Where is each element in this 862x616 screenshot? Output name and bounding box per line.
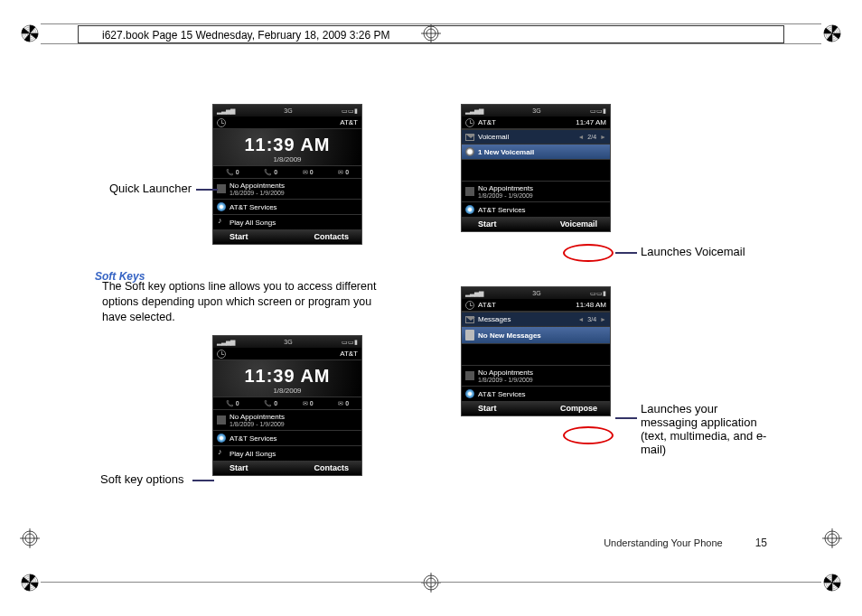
quick-launcher-row: 📞 0 📞 0 ✉ 0 ✉ 0 (213, 165, 361, 178)
phone-screenshot-home2: ▂▃▅▆ 3G ▭▭▮ AT&T 11:39 AM 1/8/2009 📞 0 📞… (212, 335, 362, 476)
phone-screenshot-messages: ▂▃▅▆ 3G ▭▭▮ AT&T 11:48 AM Messages ◄3/4►… (461, 286, 611, 416)
clock-icon (217, 118, 226, 127)
callout-softkey-options: Soft key options (100, 472, 184, 486)
reg-mark-icon (20, 573, 40, 593)
reg-mark-icon (20, 528, 40, 548)
home-time: 11:39 AM (213, 135, 361, 155)
att-icon (217, 202, 226, 211)
reg-mark-icon (421, 573, 441, 593)
reg-mark-icon (20, 23, 40, 43)
header-text: i627.book Page 15 Wednesday, February 18… (102, 29, 389, 42)
page-footer: Understanding Your Phone 15 (604, 537, 767, 549)
messages-icon (465, 316, 474, 323)
clock-icon (217, 350, 226, 359)
callout-voicemail: Launches Voicemail (641, 245, 767, 258)
callout-messaging: Launches your messaging application (tex… (641, 402, 767, 456)
reg-mark-icon (822, 23, 842, 43)
body-paragraph: The Soft key options line allows you to … (95, 279, 402, 325)
music-icon (217, 218, 226, 227)
phone-screenshot-home: ▂▃▅▆ 3G ▭▭▮ AT&T 11:39 AM 1/8/2009 📞 0 📞… (212, 104, 362, 245)
callout-quick-launcher: Quick Launcher (109, 182, 192, 195)
voicemail-icon (465, 134, 474, 141)
highlight-oval (563, 244, 614, 262)
softkey-compose: Compose (560, 404, 597, 413)
page-number: 15 (755, 537, 767, 549)
soft-key-bar: Start Contacts (213, 461, 361, 475)
reg-mark-icon (822, 573, 842, 593)
footer-section: Understanding Your Phone (604, 537, 723, 548)
reg-mark-icon (822, 528, 842, 548)
phone-screenshot-voicemail: ▂▃▅▆ 3G ▭▭▮ AT&T 11:47 AM Voicemail ◄2/4… (461, 104, 611, 232)
highlight-oval (563, 426, 614, 444)
softkey-voicemail: Voicemail (560, 219, 597, 229)
page-header: i627.book Page 15 Wednesday, February 18… (78, 25, 784, 43)
